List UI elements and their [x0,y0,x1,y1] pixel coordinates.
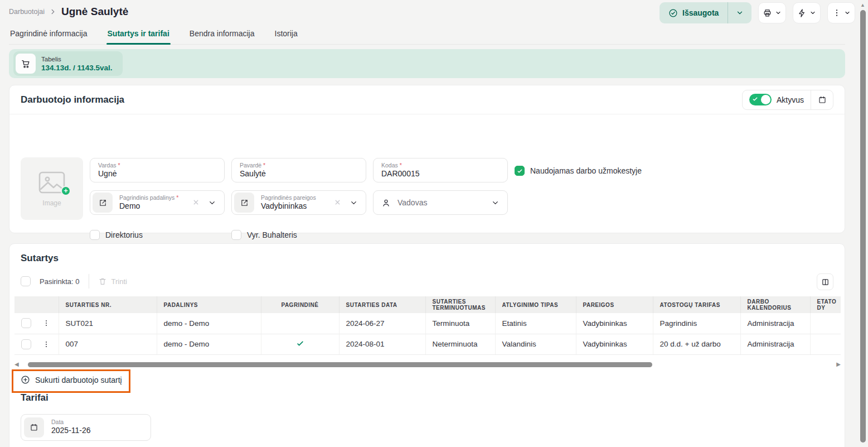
manager-placeholder: Vadovas [397,198,427,207]
row-kebab-icon[interactable] [41,339,51,349]
chief-accountant-label: Vyr. Buhalteris [247,230,297,239]
timesheet-card[interactable]: Tabelis 134.13d. / 1143.5val. [13,51,123,76]
header-actions: Išsaugota [660,2,855,23]
tab-pagrindine-informacija[interactable]: Pagrindinė informacija [9,26,89,44]
cell-pagrindine [261,313,339,334]
chevron-down-icon [844,9,851,16]
person-icon [381,198,391,208]
main-position-select[interactable]: Pagrindinės pareigos Vadybininkas [231,190,366,215]
cell-sutarties-data: 2024-08-01 [339,334,425,354]
row-checkbox[interactable] [21,339,31,349]
code-field[interactable]: Kodas * DAR00015 [373,158,508,182]
scroll-right-icon[interactable]: ▶ [833,362,841,367]
chevron-down-icon [736,9,744,17]
delete-button-label: Trinti [111,277,127,286]
scrollbar-thumb[interactable] [28,362,652,367]
required-asterisk: * [400,162,402,169]
image-placeholder-icon: + [37,170,66,195]
page-title: Ugnė Saulytė [61,6,128,18]
column-settings-button[interactable] [817,273,833,290]
check-circle-icon [668,8,678,18]
manager-select[interactable]: Vadovas [373,190,508,215]
checkbox-checked-icon [515,166,525,176]
cell-darbo-kalendorius: Administracija [740,313,810,334]
create-contract-button[interactable]: Sukurti darbuotojo sutartį [21,375,122,384]
clear-x-icon[interactable] [334,199,341,206]
cell-etato-dydis [810,313,841,334]
employee-info-panel: Darbuotojo informacija Aktyvus [9,85,845,233]
tariff-date-field[interactable]: Data 2025-11-26 [21,414,151,441]
cart-icon [16,54,36,74]
col-atlyginimo-tipas: ATLYGINIMO TIPAS [495,296,576,313]
add-photo-plus-icon[interactable]: + [61,186,71,196]
selected-count-label: Pasirinkta: 0 [40,277,80,286]
scroll-up-icon[interactable]: ▲ [860,2,865,8]
external-link-icon[interactable] [234,193,254,213]
chevron-down-icon[interactable] [491,199,500,207]
cell-sutarties-data: 2024-06-27 [339,313,425,334]
table-horizontal-scrollbar[interactable]: ◀ ▶ [14,361,841,368]
chevron-down-icon[interactable] [350,199,358,207]
cell-atlyginimo-tipas: Valandinis [495,334,576,354]
director-checkbox[interactable]: Direktorius [90,230,143,240]
select-all-checkbox[interactable] [21,276,31,286]
employee-photo-upload[interactable]: + Image [21,157,83,220]
kebab-icon [832,8,841,17]
col-terminuotumas: SUTARTIES TERMINUOTUMAS [425,296,495,313]
plus-circle-icon [21,375,30,384]
active-toggle-label: Aktyvus [777,95,804,104]
code-value: DAR00015 [381,169,500,178]
scroll-left-icon[interactable]: ◀ [14,362,22,367]
used-in-payroll-checkbox[interactable]: Naudojamas darbo užmokestyje [515,166,642,176]
active-calendar-button[interactable] [811,90,833,109]
tariff-date-label: Data [51,419,143,425]
first-name-value: Ugnė [98,169,216,178]
clear-x-icon[interactable] [192,199,200,206]
table-header-row: SUTARTIES NR. PADALINYS PAGRINDINĖ SUTAR… [14,296,841,313]
calendar-icon [818,95,827,104]
toolbar-divider [89,274,89,289]
cell-padalinys: demo - Demo [157,313,261,334]
cell-darbo-kalendorius: Administracija [740,334,810,354]
director-label: Direktorius [105,230,143,239]
lightning-icon [797,8,807,18]
chevron-down-icon [775,9,782,16]
contracts-panel: Sutartys Pasirinkta: 0 Trinti SUTARTIES … [9,243,845,447]
calendar-icon[interactable] [24,417,44,438]
printer-icon [763,8,772,18]
main-department-label: Pagrindinis padalinys [119,194,174,201]
scrollbar-thumb[interactable] [860,10,866,443]
active-toggle[interactable]: Aktyvus [743,90,811,109]
active-toggle-group: Aktyvus [742,90,833,110]
columns-icon [821,278,830,286]
chief-accountant-checkbox[interactable]: Vyr. Buhalteris [231,230,297,240]
main-department-select[interactable]: Pagrindinis padalinys * Demo [90,190,225,215]
cell-atostogu-tarifas: Pagrindinis [653,313,740,334]
breadcrumb-parent-link[interactable]: Darbuotojai [9,8,45,16]
external-link-icon[interactable] [93,193,113,213]
tab-istorija[interactable]: Istorija [274,26,299,44]
more-menu-button[interactable] [827,2,855,23]
print-button[interactable] [758,2,786,23]
page-vertical-scrollbar[interactable]: ▲ [859,0,867,447]
used-in-payroll-label: Naudojamas darbo užmokestyje [530,166,642,175]
required-asterisk: * [176,194,178,201]
row-kebab-icon[interactable] [41,318,51,328]
required-asterisk: * [263,162,265,169]
scrollbar-track[interactable] [22,362,833,367]
last-name-label: Pavardė [240,162,261,169]
cell-pareigos: Vadybininkas [576,334,653,354]
saved-dropdown-button[interactable] [728,2,751,23]
quick-actions-button[interactable] [793,2,821,23]
last-name-field[interactable]: Pavardė * Saulytė [231,158,366,182]
saved-button[interactable]: Išsaugota [660,2,751,23]
delete-button[interactable]: Trinti [98,277,127,286]
cell-etato-dydis [810,334,841,354]
tab-sutartys-ir-tarifai[interactable]: Sutartys ir tarifai [106,26,171,44]
tab-bendra-informacija[interactable]: Bendra informacija [188,26,256,44]
row-checkbox[interactable] [21,318,31,328]
col-etato-dydis: ETATO DY [810,296,841,313]
first-name-field[interactable]: Vardas * Ugnė [90,158,225,182]
main-position-label: Pagrindinės pareigos [261,194,316,201]
chevron-down-icon[interactable] [208,199,216,207]
